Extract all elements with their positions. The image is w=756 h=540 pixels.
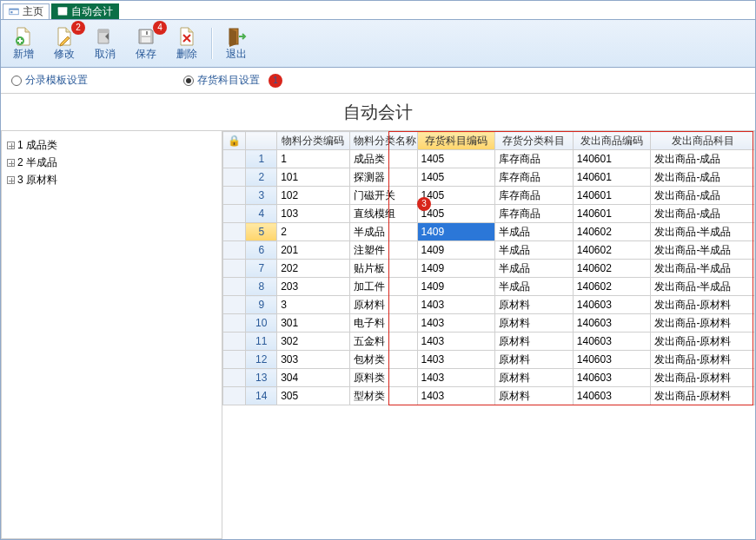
col-code[interactable]: 物料分类编码 [277,132,350,150]
row-number[interactable]: 2 [246,168,277,187]
cell[interactable]: 原材料 [495,333,574,351]
cell[interactable]: 门磁开关 [349,187,417,205]
inventory-grid[interactable]: 🔒 物料分类编码 物料分类名称 存货科目编码 存货分类科目 发出商品编码 发出商… [222,131,755,405]
cell[interactable]: 发出商品-半成品 [651,260,755,278]
cell[interactable]: 原料类 [349,369,417,387]
cell[interactable]: 140601 [573,168,651,187]
col-name[interactable]: 物料分类名称 [349,132,417,150]
cell[interactable]: 1405 [417,187,495,205]
cell[interactable]: 140603 [573,387,651,405]
cell[interactable]: 140603 [573,333,651,351]
cell[interactable]: 203 [277,278,350,296]
cell[interactable]: 探测器 [349,168,417,187]
table-row[interactable]: 6201注塑件1409半成品140602发出商品-半成品 [223,241,755,260]
table-row[interactable]: 10301电子料1403原材料140603发出商品-原材料 [223,314,755,333]
row-number[interactable]: 7 [246,260,277,278]
col-inv-acct[interactable]: 存货科目编码 [417,132,495,150]
table-row[interactable]: 93原材料1403原材料140603发出商品-原材料 [223,296,755,314]
row-number[interactable]: 4 [246,205,277,223]
edit-button[interactable]: 修改 2 [44,23,83,64]
delete-button[interactable]: 删除 [167,23,206,64]
cell[interactable]: 发出商品-原材料 [651,296,755,314]
cell[interactable]: 发出商品-成品 [651,168,755,187]
cell[interactable]: 贴片板 [349,260,417,278]
cell[interactable]: 型材类 [349,387,417,405]
cell[interactable]: 发出商品-原材料 [651,387,755,405]
cell[interactable]: 140601 [573,205,651,223]
cell[interactable]: 加工件 [349,278,417,296]
cell[interactable]: 库存商品 [495,205,574,223]
table-row[interactable]: 11成品类1405库存商品140601发出商品-成品 [223,150,755,168]
cell[interactable]: 半成品 [349,223,417,241]
cell[interactable]: 140601 [573,150,651,168]
col-out-name[interactable]: 发出商品科目 [651,132,755,150]
table-row[interactable]: 14305型材类1403原材料140603发出商品-原材料 [223,387,755,405]
cell[interactable]: 原材料 [495,351,574,369]
cell[interactable]: 发出商品-半成品 [651,241,755,260]
cell[interactable]: 303 [277,351,350,369]
cell[interactable]: 原材料 [495,369,574,387]
cell[interactable]: 140603 [573,351,651,369]
col-inv-class[interactable]: 存货分类科目 [495,132,574,150]
cell[interactable]: 库存商品 [495,150,574,168]
cell[interactable]: 发出商品-成品 [651,187,755,205]
cell[interactable]: 302 [277,333,350,351]
col-out-code[interactable]: 发出商品编码 [573,132,651,150]
table-row[interactable]: 12303包材类1403原材料140603发出商品-原材料 [223,351,755,369]
col-lock[interactable]: 🔒 [223,132,246,150]
cell[interactable]: 半成品 [495,223,574,241]
cell[interactable]: 1 [277,150,350,168]
cell[interactable]: 101 [277,168,350,187]
cell[interactable]: 五金料 [349,333,417,351]
cell[interactable]: 1409 [417,260,495,278]
cell[interactable]: 304 [277,369,350,387]
cell[interactable]: 140602 [573,260,651,278]
cell[interactable]: 发出商品-原材料 [651,351,755,369]
cell[interactable]: 注塑件 [349,241,417,260]
cell[interactable]: 1409 [417,241,495,260]
row-number[interactable]: 3 [246,187,277,205]
cell[interactable]: 半成品 [495,241,574,260]
cell[interactable]: 发出商品-半成品 [651,278,755,296]
cell[interactable]: 发出商品-成品 [651,150,755,168]
cell[interactable]: 102 [277,187,350,205]
cell[interactable]: 库存商品 [495,187,574,205]
cancel-button[interactable]: 取消 [85,23,124,64]
cell[interactable]: 发出商品-原材料 [651,333,755,351]
tab-home[interactable]: 主页 [3,3,50,19]
col-rownum[interactable] [246,132,277,150]
cell[interactable]: 202 [277,260,350,278]
category-tree[interactable]: 1 成品类2 半成品3 原材料 [1,130,222,539]
row-number[interactable]: 14 [246,387,277,405]
table-row[interactable]: 11302五金料1403原材料140603发出商品-原材料 [223,333,755,351]
tree-node[interactable]: 1 成品类 [7,136,216,154]
row-number[interactable]: 9 [246,296,277,314]
row-number[interactable]: 6 [246,241,277,260]
cell[interactable]: 发出商品-原材料 [651,314,755,333]
cell[interactable]: 原材料 [495,387,574,405]
cell[interactable]: 原材料 [349,296,417,314]
row-number[interactable]: 12 [246,351,277,369]
cell[interactable]: 1409 [417,278,495,296]
table-row[interactable]: 7202贴片板1409半成品140602发出商品-半成品 [223,260,755,278]
cell[interactable]: 3 [277,296,350,314]
expand-icon[interactable] [7,142,15,149]
cell[interactable]: 1403 [417,296,495,314]
cell[interactable]: 半成品 [495,260,574,278]
cell[interactable]: 发出商品-原材料 [651,369,755,387]
cell[interactable]: 103 [277,205,350,223]
cell[interactable]: 1403 [417,351,495,369]
cell[interactable]: 1403 [417,314,495,333]
row-number[interactable]: 11 [246,333,277,351]
table-row[interactable]: 2101探测器1405库存商品140601发出商品-成品 [223,168,755,187]
radio-entry-template[interactable]: 分录模板设置 [11,73,88,88]
cell[interactable]: 140603 [573,314,651,333]
radio-inventory-accounts[interactable]: 存货科目设置 1 [183,73,282,88]
cell[interactable]: 电子料 [349,314,417,333]
cell[interactable]: 原材料 [495,296,574,314]
cell[interactable]: 140603 [573,296,651,314]
table-row[interactable]: 8203加工件1409半成品140602发出商品-半成品 [223,278,755,296]
cell[interactable]: 成品类 [349,150,417,168]
cell[interactable]: 发出商品-半成品 [651,223,755,241]
cell[interactable]: 1409 [417,223,495,241]
